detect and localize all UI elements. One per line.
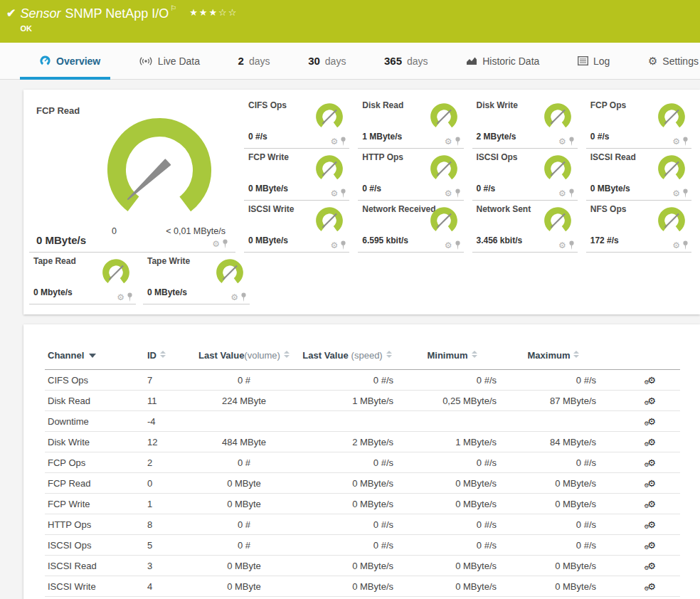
tape-gauges-row: Tape Read 0 Mbyte/s ⚙ Tape Write 0 MByte…: [29, 253, 700, 304]
gear-icon[interactable]: ⚙: [672, 241, 680, 250]
gauge-tile[interactable]: ISCSI Write 0 MByte/s ⚙: [244, 201, 349, 253]
gear-icon[interactable]: ⚙: [117, 293, 124, 302]
cell-last-volume: 0 #: [194, 514, 294, 535]
priority-stars[interactable]: ★★★☆☆: [189, 7, 238, 18]
pin-icon[interactable]: [455, 189, 461, 198]
channel-settings-icon[interactable]: ⚙⚙: [647, 561, 656, 571]
col-header-minimum[interactable]: Minimum: [401, 350, 504, 370]
gear-icon[interactable]: ⚙: [330, 189, 338, 198]
channel-settings-icon[interactable]: ⚙⚙: [647, 437, 656, 447]
pin-icon[interactable]: [340, 240, 346, 250]
gauge-tile[interactable]: ISCSI Read 0 MByte/s ⚙: [586, 149, 691, 201]
gauge-tile[interactable]: CIFS Ops 0 #/s ⚙: [244, 97, 349, 149]
channel-settings-icon[interactable]: ⚙⚙: [647, 540, 656, 551]
tab-365-days[interactable]: 365 days: [384, 43, 428, 79]
gear-icon[interactable]: ⚙: [558, 189, 566, 198]
gear-icon[interactable]: ⚙: [558, 241, 566, 250]
channel-settings-icon[interactable]: ⚙⚙: [647, 499, 656, 509]
tab-2-days[interactable]: 2 days: [238, 43, 270, 79]
col-header-id[interactable]: ID: [144, 350, 194, 370]
gauge-tile[interactable]: Tape Write 0 MByte/s ⚙: [143, 253, 250, 304]
gear-icon[interactable]: ⚙: [672, 137, 680, 146]
gauge-tile[interactable]: Disk Read 1 MByte/s ⚙: [358, 97, 463, 149]
tab-historic-data[interactable]: Historic Data: [466, 43, 539, 79]
cell-id: -4: [144, 411, 194, 432]
table-row[interactable]: Downtime -4 ⚙⚙: [45, 411, 680, 432]
pin-icon[interactable]: [340, 137, 346, 146]
gauge-tile[interactable]: Tape Read 0 Mbyte/s ⚙: [29, 253, 136, 304]
col-header-last-value-volume[interactable]: Last Value(volume): [194, 350, 294, 370]
cell-maximum: 0 MByte/s: [504, 473, 603, 494]
cell-maximum: 0 #/s: [504, 535, 603, 556]
gear-icon[interactable]: ⚙: [330, 241, 338, 250]
gauge-tile[interactable]: Network Sent 3.456 kbit/s ⚙: [472, 201, 578, 253]
pin-icon[interactable]: [682, 137, 689, 146]
primary-gauge-tile[interactable]: FCP Read 0 < 0,01 MByte/s 0 MByte/s ⚙: [29, 97, 235, 253]
flag-icon[interactable]: ⚐: [170, 4, 176, 12]
pin-icon[interactable]: [682, 189, 689, 198]
table-row[interactable]: FCP Read 0 0 MByte 0 MByte/s 0 MByte/s 0…: [45, 473, 680, 494]
pin-icon[interactable]: [240, 292, 247, 302]
tab-30-days[interactable]: 30 days: [308, 43, 346, 79]
gear-icon[interactable]: ⚙: [330, 137, 338, 146]
channel-settings-icon[interactable]: ⚙⚙: [647, 519, 656, 530]
channel-settings-icon[interactable]: ⚙⚙: [647, 396, 656, 406]
gauge-tile[interactable]: FCP Write 0 MByte/s ⚙: [244, 149, 349, 201]
pin-icon[interactable]: [568, 240, 575, 250]
gear-icon[interactable]: ⚙: [445, 189, 452, 198]
gear-icon[interactable]: ⚙: [230, 293, 238, 302]
table-row[interactable]: HTTP Ops 8 0 # 0 #/s 0 #/s 0 #/s ⚙⚙: [45, 514, 680, 535]
gear-icon[interactable]: ⚙: [672, 189, 680, 198]
gauge-tile[interactable]: FCP Ops 0 #/s ⚙: [586, 97, 691, 149]
gauge-tile[interactable]: ISCSI Ops 0 #/s ⚙: [472, 149, 578, 201]
cell-last-speed: 0 MByte/s: [294, 556, 401, 576]
pin-icon[interactable]: [455, 137, 461, 146]
tab-log[interactable]: Log: [578, 43, 610, 79]
cell-last-volume: 484 MByte: [194, 432, 294, 452]
gear-icon[interactable]: ⚙: [558, 137, 566, 146]
pin-icon[interactable]: [222, 239, 228, 248]
cell-maximum: 0 MByte/s: [504, 576, 603, 597]
gauge-tile[interactable]: HTTP Ops 0 #/s ⚙: [358, 149, 463, 201]
gear-icon[interactable]: ⚙: [212, 240, 220, 248]
pin-icon[interactable]: [455, 240, 461, 250]
col-header-maximum[interactable]: Maximum: [504, 350, 603, 370]
cell-minimum: 0 MByte/s: [401, 576, 504, 597]
gauge-tile[interactable]: Disk Write 2 MByte/s ⚙: [472, 97, 578, 149]
pin-icon[interactable]: [568, 137, 575, 146]
table-row[interactable]: Disk Write 12 484 MByte 2 MByte/s 1 MByt…: [45, 432, 680, 452]
gear-icon[interactable]: ⚙: [445, 137, 452, 146]
tab-settings[interactable]: ⚙ Settings: [648, 43, 699, 79]
table-row[interactable]: FCP Ops 2 0 # 0 #/s 0 #/s 0 #/s ⚙⚙: [45, 452, 680, 473]
gauge-tile[interactable]: NFS Ops 172 #/s ⚙: [586, 201, 691, 253]
channel-settings-icon[interactable]: ⚙⚙: [647, 581, 656, 592]
pin-icon[interactable]: [568, 189, 575, 198]
gear-icon[interactable]: ⚙: [445, 241, 452, 250]
pin-icon[interactable]: [127, 292, 133, 302]
table-row[interactable]: ISCSI Write 4 0 MByte 0 MByte/s 0 MByte/…: [45, 576, 680, 597]
pin-icon[interactable]: [682, 240, 689, 250]
cell-channel: FCP Ops: [45, 452, 144, 473]
channel-value: 3.456 kbit/s: [477, 235, 523, 245]
col-header-last-value-speed[interactable]: Last Value(speed): [294, 350, 401, 370]
channel-name: FCP Read: [36, 105, 80, 116]
tab-label: Overview: [56, 55, 100, 67]
col-header-channel[interactable]: Channel: [45, 350, 144, 370]
channel-settings-icon[interactable]: ⚙⚙: [647, 478, 656, 489]
gauge-tile[interactable]: Network Received 6.595 kbit/s ⚙: [358, 201, 463, 253]
gauge-scale: 0 < 0,01 MByte/s: [93, 226, 226, 236]
table-row[interactable]: FCP Write 1 0 MByte 0 MByte/s 0 MByte/s …: [45, 494, 680, 514]
col-header-settings: [603, 350, 680, 370]
table-row[interactable]: Disk Read 11 224 MByte 1 MByte/s 0,25 MB…: [45, 391, 680, 411]
table-row[interactable]: ISCSI Read 3 0 MByte 0 MByte/s 0 MByte/s…: [45, 556, 680, 576]
pin-icon[interactable]: [340, 189, 346, 198]
tab-live-data[interactable]: Live Data: [139, 43, 200, 79]
channel-settings-icon[interactable]: ⚙⚙: [647, 457, 656, 468]
channel-settings-icon[interactable]: ⚙⚙: [647, 375, 656, 386]
tab-overview[interactable]: Overview: [39, 43, 100, 79]
cell-last-volume: 0 MByte: [194, 494, 294, 514]
channel-name: ISCSI Read: [590, 152, 636, 162]
table-row[interactable]: ISCSI Ops 5 0 # 0 #/s 0 #/s 0 #/s ⚙⚙: [45, 535, 680, 556]
channel-settings-icon[interactable]: ⚙⚙: [647, 416, 656, 427]
table-row[interactable]: CIFS Ops 7 0 # 0 #/s 0 #/s 0 #/s ⚙⚙: [45, 370, 680, 391]
